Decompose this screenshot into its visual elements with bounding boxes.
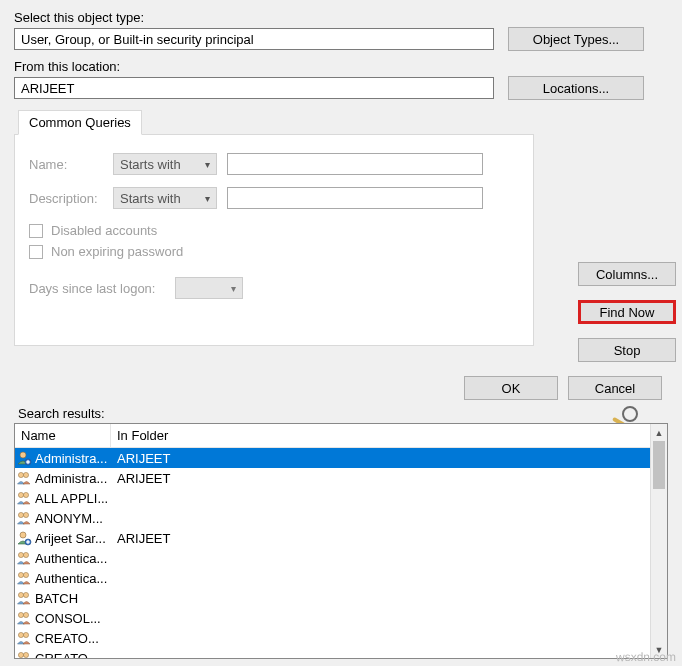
object-types-button[interactable]: Object Types... bbox=[508, 27, 644, 51]
cell-name: CONSOL... bbox=[33, 611, 111, 626]
group-icon bbox=[15, 490, 33, 506]
watermark: wsxdn.com bbox=[616, 650, 676, 664]
tab-common-queries[interactable]: Common Queries bbox=[18, 110, 142, 135]
table-row[interactable]: BATCH bbox=[15, 588, 667, 608]
cell-name: ANONYM... bbox=[33, 511, 111, 526]
chevron-down-icon: ▾ bbox=[231, 283, 236, 294]
table-row[interactable]: ANONYM... bbox=[15, 508, 667, 528]
locations-button[interactable]: Locations... bbox=[508, 76, 644, 100]
col-folder[interactable]: In Folder bbox=[111, 424, 667, 447]
location-label: From this location: bbox=[14, 59, 668, 74]
svg-point-6 bbox=[18, 472, 23, 477]
svg-point-10 bbox=[18, 512, 23, 517]
description-label: Description: bbox=[29, 191, 103, 206]
user-icon bbox=[15, 530, 33, 546]
results-grid: Name In Folder Administra...ARIJEETAdmin… bbox=[14, 423, 668, 659]
group-icon bbox=[15, 650, 33, 658]
name-label: Name: bbox=[29, 157, 103, 172]
group-icon bbox=[15, 610, 33, 626]
svg-rect-5 bbox=[27, 460, 28, 464]
svg-point-24 bbox=[18, 632, 23, 637]
cell-name: Administra... bbox=[33, 471, 111, 486]
cell-name: BATCH bbox=[33, 591, 111, 606]
svg-point-19 bbox=[23, 572, 28, 577]
svg-point-7 bbox=[23, 472, 28, 477]
group-icon bbox=[15, 550, 33, 566]
table-row[interactable]: CREATO... bbox=[15, 648, 667, 658]
days-logon-combo[interactable]: ▾ bbox=[175, 277, 243, 299]
location-input[interactable] bbox=[14, 77, 494, 99]
stop-button[interactable]: Stop bbox=[578, 338, 676, 362]
name-mode-combo[interactable]: Starts with ▾ bbox=[113, 153, 217, 175]
svg-rect-15 bbox=[27, 540, 28, 544]
table-row[interactable]: ALL APPLI... bbox=[15, 488, 667, 508]
svg-point-16 bbox=[18, 552, 23, 557]
query-panel: Name: Starts with ▾ Description: Starts … bbox=[14, 134, 534, 346]
col-name[interactable]: Name bbox=[15, 424, 111, 447]
group-icon bbox=[15, 590, 33, 606]
cell-folder: ARIJEET bbox=[111, 451, 170, 466]
name-input[interactable] bbox=[227, 153, 483, 175]
table-row[interactable]: Administra...ARIJEET bbox=[15, 448, 667, 468]
description-mode-combo[interactable]: Starts with ▾ bbox=[113, 187, 217, 209]
non-expiring-checkbox[interactable] bbox=[29, 245, 43, 259]
svg-point-2 bbox=[20, 452, 26, 458]
search-results-label: Search results: bbox=[18, 406, 668, 421]
table-row[interactable]: Arijeet Sar...ARIJEET bbox=[15, 528, 667, 548]
svg-point-9 bbox=[23, 492, 28, 497]
svg-point-27 bbox=[23, 652, 28, 657]
svg-point-17 bbox=[23, 552, 28, 557]
ok-button[interactable]: OK bbox=[464, 376, 558, 400]
disabled-accounts-label: Disabled accounts bbox=[51, 223, 157, 238]
svg-point-8 bbox=[18, 492, 23, 497]
svg-point-22 bbox=[18, 612, 23, 617]
cell-name: Arijeet Sar... bbox=[33, 531, 111, 546]
svg-point-12 bbox=[20, 532, 26, 538]
table-row[interactable]: Authentica... bbox=[15, 568, 667, 588]
cell-name: Administra... bbox=[33, 451, 111, 466]
cancel-button[interactable]: Cancel bbox=[568, 376, 662, 400]
object-type-input[interactable] bbox=[14, 28, 494, 50]
svg-point-23 bbox=[23, 612, 28, 617]
svg-point-21 bbox=[23, 592, 28, 597]
cell-name: CREATO... bbox=[33, 651, 111, 659]
cell-name: Authentica... bbox=[33, 571, 111, 586]
table-row[interactable]: Administra...ARIJEET bbox=[15, 468, 667, 488]
object-type-label: Select this object type: bbox=[14, 10, 668, 25]
svg-point-25 bbox=[23, 632, 28, 637]
cell-folder: ARIJEET bbox=[111, 471, 170, 486]
cell-name: CREATO... bbox=[33, 631, 111, 646]
table-row[interactable]: Authentica... bbox=[15, 548, 667, 568]
days-logon-label: Days since last logon: bbox=[29, 281, 155, 296]
user-icon bbox=[15, 450, 33, 466]
group-icon bbox=[15, 570, 33, 586]
table-row[interactable]: CONSOL... bbox=[15, 608, 667, 628]
scroll-thumb[interactable] bbox=[653, 441, 665, 489]
cell-folder: ARIJEET bbox=[111, 531, 170, 546]
table-row[interactable]: CREATO... bbox=[15, 628, 667, 648]
disabled-accounts-checkbox[interactable] bbox=[29, 224, 43, 238]
non-expiring-label: Non expiring password bbox=[51, 244, 183, 259]
svg-point-11 bbox=[23, 512, 28, 517]
scroll-up-icon[interactable]: ▲ bbox=[651, 424, 667, 441]
chevron-down-icon: ▾ bbox=[205, 193, 210, 204]
group-icon bbox=[15, 630, 33, 646]
svg-point-18 bbox=[18, 572, 23, 577]
results-scrollbar[interactable]: ▲ ▼ bbox=[650, 424, 667, 658]
columns-button[interactable]: Columns... bbox=[578, 262, 676, 286]
description-input[interactable] bbox=[227, 187, 483, 209]
cell-name: ALL APPLI... bbox=[33, 491, 111, 506]
chevron-down-icon: ▾ bbox=[205, 159, 210, 170]
cell-name: Authentica... bbox=[33, 551, 111, 566]
group-icon bbox=[15, 470, 33, 486]
svg-point-0 bbox=[623, 407, 637, 421]
svg-point-26 bbox=[18, 652, 23, 657]
group-icon bbox=[15, 510, 33, 526]
results-header: Name In Folder bbox=[15, 424, 667, 448]
svg-point-20 bbox=[18, 592, 23, 597]
find-now-button[interactable]: Find Now bbox=[578, 300, 676, 324]
